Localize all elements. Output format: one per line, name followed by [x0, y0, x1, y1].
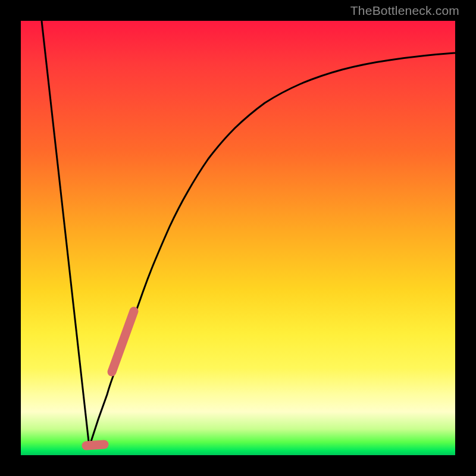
chart-frame: TheBottleneck.com	[0, 0, 476, 476]
falling-line	[42, 21, 89, 447]
watermark: TheBottleneck.com	[350, 4, 459, 18]
plot-area	[21, 21, 455, 455]
pink-highlight-flat	[86, 444, 104, 446]
pink-highlight-diagonal	[112, 311, 134, 372]
plot-svg	[21, 21, 455, 455]
rising-curve	[89, 53, 455, 447]
